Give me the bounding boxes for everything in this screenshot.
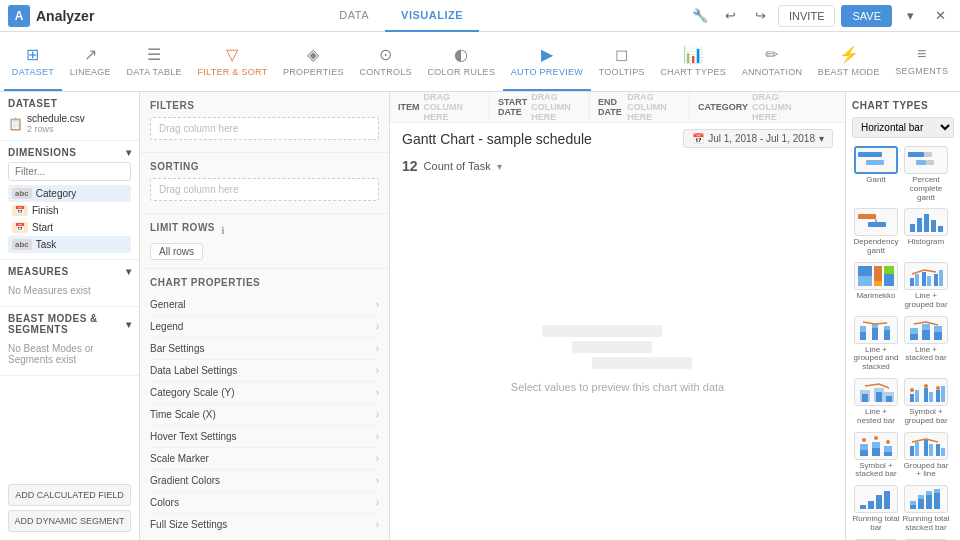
nav-tab-visualize[interactable]: VISUALIZE	[385, 0, 479, 32]
chart-type-line-nested-bar[interactable]: Line + nested bar	[852, 378, 900, 426]
dataset-file-icon: 📋	[8, 117, 23, 131]
chart-type-line-grouped-stacked[interactable]: Line + grouped and stacked	[852, 316, 900, 372]
count-dropdown-icon[interactable]: ▾	[497, 161, 502, 172]
chart-prop-hover-text[interactable]: Hover Text Settings ›	[150, 426, 379, 448]
toolbar-color-rules[interactable]: ◐ COLOR RULES	[420, 33, 503, 91]
chart-prop-scale-marker[interactable]: Scale Marker ›	[150, 448, 379, 470]
toolbar-chart-types[interactable]: 📊 CHART TYPES	[653, 33, 734, 91]
limit-rows-info-icon: ℹ	[221, 225, 225, 236]
chart-prop-time-scale[interactable]: Time Scale (X) ›	[150, 404, 379, 426]
dimension-search-input[interactable]	[8, 162, 131, 181]
svg-rect-63	[915, 442, 919, 456]
svg-rect-15	[858, 276, 872, 286]
redo-icon[interactable]: ↪	[748, 4, 772, 28]
svg-rect-57	[884, 452, 892, 456]
dim-item-task[interactable]: abc Task	[8, 236, 131, 253]
beast-collapse-icon[interactable]: ▾	[126, 319, 132, 330]
chart-prop-full-size[interactable]: Full Size Settings ›	[150, 514, 379, 535]
add-calculated-field-button[interactable]: ADD CALCULATED FIELD	[8, 484, 131, 506]
toolbar-lineage[interactable]: ↗ LINEAGE	[62, 33, 119, 91]
toolbar-controls[interactable]: ⊙ CONTROLS	[352, 33, 420, 91]
toolbar-beast-mode-label: BEAST MODE	[818, 67, 880, 77]
toolbar-segments[interactable]: ≡ SEGMENTS	[887, 33, 956, 91]
gantt-svg	[856, 148, 896, 172]
dependency-gantt-label: Dependency gantt	[852, 238, 900, 256]
chart-prop-bar-settings[interactable]: Bar Settings ›	[150, 338, 379, 360]
nav-tab-data[interactable]: DATA	[323, 0, 385, 32]
svg-rect-67	[941, 448, 945, 456]
chart-type-symbol-stacked-bar[interactable]: Symbol + stacked bar	[852, 432, 900, 480]
beast-section: Beast Modes & Segments ▾ No Beast Modes …	[0, 307, 139, 376]
svg-rect-0	[858, 152, 882, 157]
chart-type-marimekko[interactable]: Marimekko	[852, 262, 900, 301]
chart-type-symbol-grouped-bar[interactable]: Symbol + grouped bar	[902, 378, 950, 426]
dimensions-collapse-icon[interactable]: ▾	[126, 147, 132, 158]
chart-type-line-stacked-bar[interactable]: Line + stacked bar	[902, 316, 950, 364]
data-table-icon: ☰	[147, 45, 161, 64]
chart-type-grouped-bar-line[interactable]: Grouped bar + line	[902, 432, 950, 480]
svg-rect-34	[922, 330, 930, 340]
chart-prop-general[interactable]: General ›	[150, 294, 379, 316]
svg-point-61	[886, 440, 890, 444]
chart-type-running-total-bar[interactable]: Running total bar	[852, 485, 900, 533]
chart-prop-gradient-colors[interactable]: Gradient Colors ›	[150, 470, 379, 492]
gantt-placeholder: Select values to preview this chart with…	[511, 325, 724, 393]
measures-collapse-icon[interactable]: ▾	[126, 266, 132, 277]
date-range-chevron-icon: ▾	[819, 133, 824, 144]
chart-type-gantt[interactable]: Gantt	[852, 146, 900, 185]
date-range-picker[interactable]: 📅 Jul 1, 2018 - Jul 1, 2018 ▾	[683, 129, 833, 148]
line-grouped-stacked-svg	[856, 318, 896, 342]
chart-type-line-grouped-bar[interactable]: Line + grouped bar	[902, 262, 950, 310]
more-options-icon[interactable]: ▾	[898, 4, 922, 28]
svg-rect-23	[927, 276, 931, 286]
chart-prop-legend[interactable]: Legend ›	[150, 316, 379, 338]
settings-icon[interactable]: 🔧	[688, 4, 712, 28]
chart-type-histogram[interactable]: Histogram	[902, 208, 950, 247]
dim-item-start[interactable]: 📅 Start	[8, 219, 131, 236]
sorting-drop-zone[interactable]: Drag column here	[150, 178, 379, 201]
percent-gantt-thumb	[904, 146, 948, 174]
chart-type-dropdown[interactable]: Horizontal bar	[852, 117, 954, 138]
toolbar: ⊞ DATASET ↗ LINEAGE ☰ DATA TABLE ▽ FILTE…	[0, 32, 960, 92]
add-dynamic-segment-button[interactable]: ADD DYNAMIC SEGMENT	[8, 510, 131, 532]
app-logo: A Analyzer	[8, 5, 94, 27]
svg-rect-5	[926, 160, 934, 165]
chart-prop-colors[interactable]: Colors ›	[150, 492, 379, 514]
svg-rect-48	[936, 390, 940, 402]
toolbar-chart-types-label: CHART TYPES	[660, 67, 726, 77]
histogram-label: Histogram	[908, 238, 944, 247]
dim-item-category[interactable]: abc Category	[8, 185, 131, 202]
toolbar-beast-mode[interactable]: ⚡ BEAST MODE	[810, 33, 887, 91]
reset-chart-properties-link[interactable]: Reset All Chart Properties	[150, 535, 379, 540]
line-nested-bar-svg	[856, 380, 896, 404]
filters-drop-zone[interactable]: Drag column here	[150, 117, 379, 140]
toolbar-properties[interactable]: ◈ PROPERTIES	[275, 33, 351, 91]
symbol-stacked-bar-svg	[856, 434, 896, 458]
chart-type-dependency-gantt[interactable]: Dependency gantt	[852, 208, 900, 256]
dataset-section: Dataset 📋 schedule.csv 2 rows	[0, 92, 139, 141]
toolbar-filter-sort[interactable]: ▽ FILTER & SORT	[190, 33, 276, 91]
annotation-icon: ✏	[765, 45, 778, 64]
toolbar-annotation[interactable]: ✏ ANNOTATION	[734, 33, 810, 91]
toolbar-tooltips[interactable]: ◻ TOOLTIPS	[591, 33, 653, 91]
dim-item-finish[interactable]: 📅 Finish	[8, 202, 131, 219]
line-grouped-bar-thumb	[904, 262, 948, 290]
limit-rows-row: LIMIT ROWS ℹ	[150, 222, 379, 239]
chart-prop-category-scale[interactable]: Category Scale (Y) ›	[150, 382, 379, 404]
toolbar-auto-preview[interactable]: ▶ AUTO PREVIEW	[503, 33, 591, 91]
chart-prop-data-label[interactable]: Data Label Settings ›	[150, 360, 379, 382]
close-icon[interactable]: ✕	[928, 4, 952, 28]
save-button[interactable]: SAVE	[841, 5, 892, 27]
invite-button[interactable]: INVITE	[778, 5, 835, 27]
svg-rect-17	[874, 281, 882, 286]
limit-rows-value[interactable]: All rows	[150, 243, 203, 260]
chart-type-percent-gantt[interactable]: Percent complete gantt	[902, 146, 950, 202]
dependency-gantt-thumb	[854, 208, 898, 236]
chart-title: Gantt Chart - sample schedule	[402, 131, 592, 147]
chart-type-running-total-stacked-bar[interactable]: Running total stacked bar	[902, 485, 950, 533]
undo-icon[interactable]: ↩	[718, 4, 742, 28]
toolbar-data-table[interactable]: ☰ DATA TABLE	[119, 33, 190, 91]
chevron-right-icon: ›	[376, 431, 379, 442]
toolbar-dataset[interactable]: ⊞ DATASET	[4, 33, 62, 91]
dim-label-start: Start	[32, 222, 53, 233]
